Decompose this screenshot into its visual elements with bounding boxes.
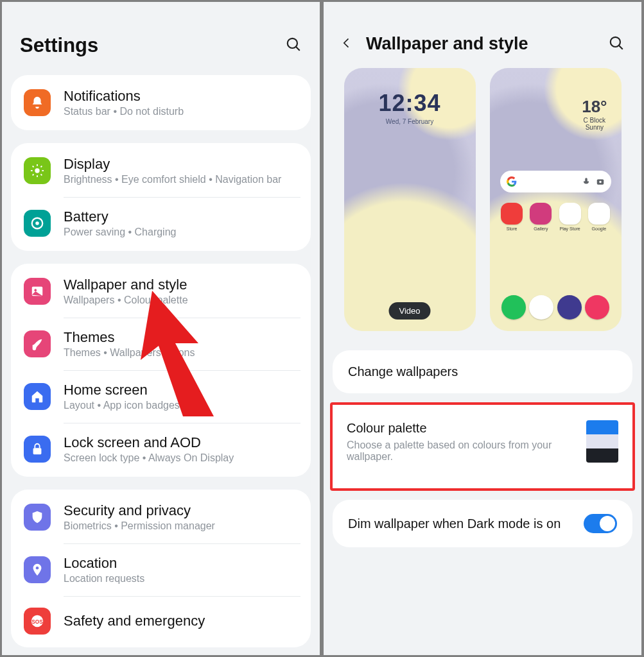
item-subtitle: Wallpapers • Colour palette: [64, 294, 188, 306]
lens-icon: [596, 177, 605, 186]
item-title: Home screen: [64, 382, 180, 398]
page-title: Settings: [20, 34, 98, 57]
app-icon: Play Store: [558, 203, 582, 231]
wallpaper-header: Wallpaper and style: [324, 2, 641, 68]
lockscreen-preview[interactable]: 12:34 Wed, 7 February Video: [344, 68, 476, 331]
mic-icon: [582, 177, 591, 186]
bell-icon: [24, 89, 51, 116]
item-title: Battery: [64, 209, 176, 225]
svg-line-21: [619, 45, 623, 49]
image-icon: [24, 278, 51, 305]
svg-line-7: [33, 166, 34, 167]
settings-group: NotificationsStatus bar • Do not disturb: [11, 75, 311, 130]
item-subtitle: Power saving • Charging: [64, 226, 176, 238]
back-icon[interactable]: [340, 37, 353, 52]
settings-group: Wallpaper and styleWallpapers • Colour p…: [11, 264, 311, 477]
lock-icon: [24, 436, 51, 463]
settings-header: Settings: [2, 2, 320, 69]
card-title: Colour palette: [347, 421, 575, 436]
svg-rect-15: [33, 448, 42, 454]
home-icon: [24, 383, 51, 410]
google-icon: [507, 176, 517, 187]
svg-point-16: [36, 567, 39, 570]
page-title: Wallpaper and style: [366, 34, 595, 54]
dock-app-icon: [529, 295, 553, 320]
svg-point-0: [288, 38, 297, 48]
pin-icon: [24, 556, 51, 583]
item-subtitle: Themes • Wallpapers • Icons: [64, 347, 195, 359]
svg-point-14: [34, 289, 37, 291]
svg-line-1: [296, 47, 300, 51]
item-subtitle: Status bar • Do not disturb: [64, 106, 184, 117]
sos-icon: SOS: [24, 608, 51, 635]
item-subtitle: Layout • App icon badges: [64, 400, 180, 411]
google-search-bar: [500, 171, 611, 192]
search-icon[interactable]: [285, 36, 302, 55]
palette-swatch-icon: [586, 420, 618, 463]
wallpaper-style-screen: Wallpaper and style 12:34 Wed, 7 Februar…: [324, 2, 641, 655]
app-icon: Store: [500, 203, 524, 231]
dock-app-icon: [557, 295, 582, 320]
settings-item-display[interactable]: DisplayBrightness • Eye comfort shield •…: [11, 144, 311, 197]
sun-icon: [24, 157, 51, 184]
settings-item-location[interactable]: LocationLocation requests: [11, 543, 311, 596]
change-wallpapers-card[interactable]: Change wallpapers: [333, 350, 632, 393]
colour-palette-card[interactable]: Colour palette Choose a palette based on…: [330, 402, 635, 491]
svg-point-20: [611, 37, 620, 46]
settings-item-themes[interactable]: ThemesThemes • Wallpapers • Icons: [11, 318, 311, 370]
item-title: Notifications: [64, 88, 184, 105]
battery-icon: [24, 210, 51, 237]
homescreen-preview[interactable]: 18° C Block Sunny StoreGalleryPlay Store…: [490, 68, 622, 331]
dock-app-icon: [501, 295, 526, 320]
settings-item-home-screen[interactable]: Home screenLayout • App icon badges: [11, 370, 311, 423]
settings-item-notifications[interactable]: NotificationsStatus bar • Do not disturb: [11, 76, 311, 129]
item-title: Security and privacy: [64, 502, 215, 519]
dim-wallpaper-card[interactable]: Dim wallpaper when Dark mode is on: [333, 500, 632, 547]
item-subtitle: Location requests: [64, 573, 144, 584]
settings-item-wallpaper-and-style[interactable]: Wallpaper and styleWallpapers • Colour p…: [11, 265, 311, 318]
card-title: Change wallpapers: [348, 364, 617, 379]
svg-text:SOS: SOS: [31, 619, 43, 625]
settings-item-safety-and-emergency[interactable]: SOSSafety and emergency: [11, 596, 311, 646]
lock-clock: 12:34 Wed, 7 February: [344, 90, 476, 125]
lock-date: Wed, 7 February: [344, 118, 476, 125]
card-description: Choose a palette based on colours from y…: [347, 439, 565, 463]
settings-item-security-and-privacy[interactable]: Security and privacyBiometrics • Permiss…: [11, 491, 311, 543]
settings-item-battery[interactable]: BatteryPower saving • Charging: [11, 197, 311, 250]
settings-item-lock-screen-and-aod[interactable]: Lock screen and AODScreen lock type • Al…: [11, 423, 311, 475]
settings-screen: Settings NotificationsStatus bar • Do no…: [2, 2, 320, 655]
wallpaper-previews: 12:34 Wed, 7 February Video 18° C Block …: [324, 68, 641, 341]
item-title: Wallpaper and style: [64, 277, 188, 293]
weather-widget: 18° C Block Sunny: [582, 97, 607, 131]
video-chip[interactable]: Video: [388, 302, 430, 320]
svg-point-12: [35, 221, 39, 225]
card-title: Dim wallpaper when Dark mode is on: [348, 516, 561, 531]
svg-line-8: [41, 175, 42, 176]
dock-app-icon: [585, 295, 609, 320]
search-icon[interactable]: [608, 35, 625, 54]
item-title: Themes: [64, 329, 195, 346]
shield-icon: [24, 504, 51, 531]
app-icon: Google: [587, 203, 611, 231]
svg-line-9: [33, 175, 34, 176]
svg-point-24: [599, 181, 602, 183]
settings-group: Security and privacyBiometrics • Permiss…: [11, 490, 311, 647]
svg-point-2: [35, 168, 39, 173]
item-subtitle: Biometrics • Permission manager: [64, 520, 215, 532]
lock-time: 12:34: [344, 90, 476, 117]
item-title: Lock screen and AOD: [64, 434, 234, 451]
brush-icon: [24, 330, 51, 357]
item-title: Display: [64, 156, 281, 173]
svg-line-10: [41, 166, 42, 167]
item-subtitle: Screen lock type • Always On Display: [64, 452, 234, 464]
item-subtitle: Brightness • Eye comfort shield • Naviga…: [64, 174, 281, 185]
app-icon: Gallery: [529, 203, 553, 231]
item-title: Location: [64, 555, 144, 572]
settings-group: DisplayBrightness • Eye comfort shield •…: [11, 143, 311, 251]
dim-toggle[interactable]: [584, 514, 617, 533]
item-title: Safety and emergency: [64, 613, 205, 629]
